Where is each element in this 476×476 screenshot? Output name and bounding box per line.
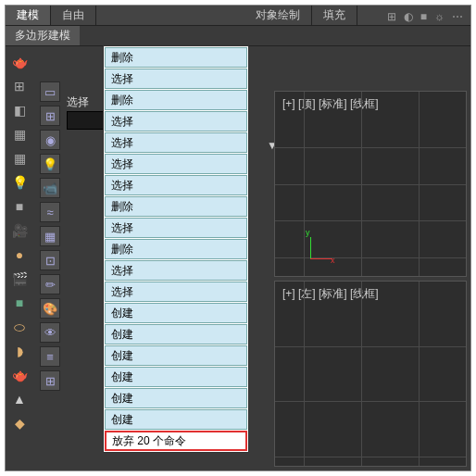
tab-object-paint[interactable]: 对象绘制 bbox=[244, 6, 312, 25]
top-icon-1[interactable]: ⊞ bbox=[387, 10, 396, 23]
viewport-left[interactable]: [+] [左] [标准] [线框] bbox=[274, 281, 467, 467]
menu-item[interactable]: 创建 bbox=[105, 388, 247, 408]
tool-icon-1[interactable]: ⊞ bbox=[11, 78, 28, 94]
menu-undo-summary[interactable]: 放弃 20 个命令 bbox=[105, 431, 247, 451]
menu-item[interactable]: 创建 bbox=[105, 367, 247, 387]
tab-modeling[interactable]: 建模 bbox=[6, 6, 51, 25]
menu-item[interactable]: 选择 bbox=[105, 154, 247, 174]
grid-icon-12[interactable]: ≡ bbox=[40, 346, 60, 367]
grid-icon-8[interactable]: ⊡ bbox=[40, 250, 60, 270]
menu-item[interactable]: 创建 bbox=[105, 409, 247, 430]
cone-icon[interactable]: ▲ bbox=[11, 391, 28, 407]
tab-freeform[interactable]: 自由 bbox=[51, 6, 96, 25]
film-icon[interactable]: 🎬 bbox=[11, 270, 28, 287]
toolbar-grid: ▭ ⊞ ◉ 💡 📹 ≈ ▦ ⊡ ✏ 🎨 👁 ≡ ⊞ bbox=[33, 46, 67, 470]
grid-light-icon[interactable]: 💡 bbox=[40, 154, 60, 174]
menu-item[interactable]: 选择 bbox=[105, 69, 247, 89]
menu-item[interactable]: 删除 bbox=[105, 196, 247, 217]
menu-item[interactable]: 选择 bbox=[105, 260, 247, 281]
cylinder-icon[interactable]: ⬭ bbox=[11, 319, 28, 335]
menu-item[interactable]: 删除 bbox=[105, 47, 247, 68]
tool-icon-3[interactable]: ▦ bbox=[11, 126, 28, 143]
top-icon-5[interactable]: ⋯ bbox=[452, 10, 463, 23]
tool-icon-4[interactable]: ▦ bbox=[11, 150, 28, 167]
dome-icon[interactable]: ◗ bbox=[11, 343, 28, 359]
axis-gizmo: x y bbox=[292, 230, 329, 267]
menu-item[interactable]: 选择 bbox=[105, 218, 247, 238]
toolbar-left: 🫖 ⊞ ◧ ▦ ▦ 💡 ■ 🎥 ● 🎬 ■ ⬭ ◗ 🫖 ▲ ◆ bbox=[6, 46, 33, 470]
extra-icon[interactable]: ◆ bbox=[11, 415, 28, 432]
top-icon-3[interactable]: ■ bbox=[420, 10, 427, 23]
menu-item[interactable]: 删除 bbox=[105, 239, 247, 259]
menu-item[interactable]: 选择 bbox=[105, 282, 247, 302]
grid-icon-13[interactable]: ⊞ bbox=[40, 370, 60, 391]
grid-icon-3[interactable]: ◉ bbox=[40, 130, 60, 150]
teapot-icon-2[interactable]: 🫖 bbox=[11, 367, 28, 383]
grid-icon-6[interactable]: ≈ bbox=[40, 202, 60, 222]
menu-item[interactable]: 创建 bbox=[105, 345, 247, 366]
menu-item[interactable]: 选择 bbox=[105, 132, 247, 153]
grid-brush-icon[interactable]: 🎨 bbox=[40, 298, 60, 319]
box-icon[interactable]: ■ bbox=[11, 294, 28, 311]
tool-icon-5[interactable]: ■ bbox=[11, 198, 28, 215]
top-icon-2[interactable]: ◐ bbox=[404, 10, 413, 23]
top-icon-4[interactable]: ☼ bbox=[434, 10, 445, 23]
menu-item[interactable]: 选择 bbox=[105, 111, 247, 132]
section-select-label: 选择 bbox=[67, 94, 89, 110]
teapot-icon[interactable]: 🫖 bbox=[11, 54, 28, 70]
camera-icon[interactable]: 🎥 bbox=[11, 222, 28, 239]
viewport-top[interactable]: [+] [顶] [标准] [线框] x y bbox=[274, 91, 467, 277]
sphere-icon[interactable]: ● bbox=[11, 246, 28, 263]
grid-pencil-icon[interactable]: ✏ bbox=[40, 274, 60, 294]
grid-icon-2[interactable]: ⊞ bbox=[40, 106, 60, 126]
menu-item[interactable]: 创建 bbox=[105, 324, 247, 344]
grid-eye-icon[interactable]: 👁 bbox=[40, 322, 60, 343]
subtab-polygon-modeling[interactable]: 多边形建模 bbox=[6, 26, 80, 45]
bulb-icon[interactable]: 💡 bbox=[11, 174, 28, 191]
tab-populate[interactable]: 填充 bbox=[312, 6, 357, 25]
grid-icon-7[interactable]: ▦ bbox=[40, 226, 60, 246]
viewport-grid bbox=[275, 282, 466, 466]
menu-item[interactable]: 创建 bbox=[105, 303, 247, 323]
name-input[interactable] bbox=[67, 111, 104, 130]
menu-item[interactable]: 删除 bbox=[105, 90, 247, 110]
grid-camera-icon[interactable]: 📹 bbox=[40, 178, 60, 198]
tool-icon-2[interactable]: ◧ bbox=[11, 102, 28, 119]
grid-icon-1[interactable]: ▭ bbox=[40, 81, 60, 102]
undo-history-menu: 删除 选择 删除 选择 选择 选择 选择 删除 选择 删除 选择 选择 创建 创… bbox=[103, 45, 249, 453]
menu-item[interactable]: 选择 bbox=[105, 175, 247, 195]
